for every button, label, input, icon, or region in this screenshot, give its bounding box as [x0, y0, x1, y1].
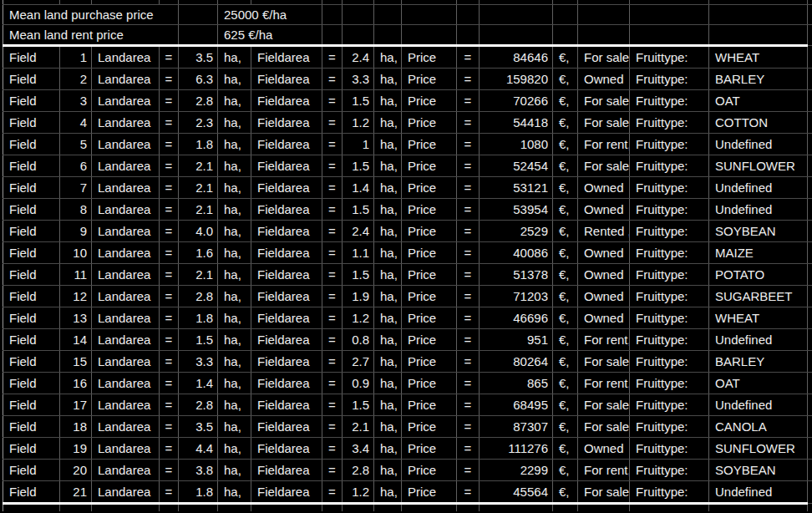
empty-cell[interactable] [630, 5, 709, 25]
cell-fieldarea-label[interactable]: Fieldarea [251, 199, 322, 221]
cell-landarea-label[interactable]: Landarea [92, 221, 160, 242]
cell-fruittype-label[interactable]: Fruittype: [630, 373, 709, 394]
empty-cell[interactable] [457, 25, 480, 46]
cell-ownership-status[interactable]: For rent, [578, 460, 630, 481]
cell-landarea-value[interactable]: 2.1 [179, 264, 218, 286]
cell-equals-sign[interactable]: = [322, 329, 343, 351]
cell-field-label[interactable]: Field [3, 199, 60, 221]
cell-equals-sign[interactable]: = [322, 373, 343, 394]
cell-landarea-label[interactable]: Landarea [92, 307, 160, 329]
cell-fieldarea-label[interactable]: Fieldarea [251, 394, 322, 416]
cell-landarea-value[interactable]: 3.5 [179, 416, 218, 438]
cell-fieldarea-unit[interactable]: ha, [374, 177, 402, 199]
cell-fieldarea-label[interactable]: Fieldarea [251, 373, 322, 394]
cell-price-value[interactable]: 70266 [480, 90, 553, 112]
cell-field-label[interactable]: Field [3, 242, 60, 264]
cell-landarea-value[interactable]: 6.3 [179, 69, 218, 90]
cell-fieldarea-unit[interactable]: ha, [374, 307, 402, 329]
cell-landarea-value[interactable]: 1.8 [179, 134, 218, 155]
cell-landarea-value[interactable]: 2.3 [179, 112, 218, 134]
empty-cell[interactable] [179, 5, 218, 25]
cell-landarea-label[interactable]: Landarea [92, 394, 160, 416]
cell-field-label[interactable]: Field [3, 416, 60, 438]
cell-price-value[interactable]: 53954 [480, 199, 553, 221]
cell-landarea-unit[interactable]: ha, [218, 177, 251, 199]
empty-cell[interactable] [322, 5, 343, 25]
cell-landarea-unit[interactable]: ha, [218, 286, 251, 307]
cell-fruittype-label[interactable]: Fruittype: [630, 242, 709, 264]
cell-field-label[interactable]: Field [3, 155, 60, 177]
cell-price-currency[interactable]: €, [553, 155, 578, 177]
cell-equals-sign[interactable]: = [160, 177, 179, 199]
cell-equals-sign[interactable]: = [457, 46, 480, 69]
cell-price-label[interactable]: Price [402, 329, 457, 351]
cell-field-label[interactable]: Field [3, 69, 60, 90]
cell-equals-sign[interactable]: = [457, 221, 480, 242]
cell-fruit-value[interactable]: MAIZE [709, 242, 808, 264]
cell-equals-sign[interactable]: = [160, 460, 179, 481]
cell-fruit-value[interactable]: Undefined [709, 481, 808, 504]
cell-equals-sign[interactable]: = [160, 307, 179, 329]
cell-price-currency[interactable]: €, [553, 221, 578, 242]
cell-ownership-status[interactable]: Owned , [578, 242, 630, 264]
cell-equals-sign[interactable]: = [160, 481, 179, 504]
cell-fruittype-label[interactable]: Fruittype: [630, 460, 709, 481]
cell-equals-sign[interactable]: = [322, 264, 343, 286]
cell-equals-sign[interactable]: = [457, 351, 480, 373]
cell-landarea-label[interactable]: Landarea [92, 286, 160, 307]
cell-field-number[interactable]: 17 [60, 394, 92, 416]
empty-cell[interactable] [709, 5, 808, 25]
empty-cell[interactable] [480, 5, 553, 25]
cell-ownership-status[interactable]: Owned , [578, 438, 630, 460]
cell-equals-sign[interactable]: = [322, 69, 343, 90]
cell-price-label[interactable]: Price [402, 351, 457, 373]
cell-ownership-status[interactable]: For sale, [578, 155, 630, 177]
cell-equals-sign[interactable]: = [160, 329, 179, 351]
empty-cell[interactable] [374, 25, 402, 46]
cell-fruittype-label[interactable]: Fruittype: [630, 394, 709, 416]
cell-price-label[interactable]: Price [402, 112, 457, 134]
cell-landarea-value[interactable]: 2.8 [179, 394, 218, 416]
cell-fieldarea-label[interactable]: Fieldarea [251, 307, 322, 329]
cell-fruittype-label[interactable]: Fruittype: [630, 90, 709, 112]
cell-ownership-status[interactable]: For sale, [578, 112, 630, 134]
cell-price-label[interactable]: Price [402, 46, 457, 69]
cell-equals-sign[interactable]: = [160, 134, 179, 155]
cell-fieldarea-value[interactable]: 1.2 [343, 112, 374, 134]
cell-equals-sign[interactable]: = [457, 460, 480, 481]
cell-fieldarea-value[interactable]: 1.5 [343, 394, 374, 416]
cell-equals-sign[interactable]: = [457, 242, 480, 264]
empty-cell[interactable] [343, 25, 374, 46]
cell-fruittype-label[interactable]: Fruittype: [630, 264, 709, 286]
cell-fruit-value[interactable]: SUGARBEET [709, 286, 808, 307]
cell-field-label[interactable]: Field [3, 46, 60, 69]
cell-equals-sign[interactable]: = [322, 242, 343, 264]
empty-cell[interactable] [630, 25, 709, 46]
cell-fruit-value[interactable]: SUNFLOWER [709, 155, 808, 177]
cell-ownership-status[interactable]: Owned , [578, 69, 630, 90]
cell-field-label[interactable]: Field [3, 394, 60, 416]
cell-ownership-status[interactable]: Owned , [578, 286, 630, 307]
cell-fruit-value[interactable]: Undefined [709, 394, 808, 416]
cell-landarea-value[interactable]: 3.8 [179, 460, 218, 481]
empty-cell[interactable] [402, 25, 457, 46]
cell-fieldarea-value[interactable]: 2.4 [343, 221, 374, 242]
cell-equals-sign[interactable]: = [457, 155, 480, 177]
cell-field-number[interactable]: 15 [60, 351, 92, 373]
cell-fruittype-label[interactable]: Fruittype: [630, 155, 709, 177]
cell-equals-sign[interactable]: = [457, 90, 480, 112]
cell-landarea-unit[interactable]: ha, [218, 307, 251, 329]
cell-field-label[interactable]: Field [3, 112, 60, 134]
cell-landarea-unit[interactable]: ha, [218, 46, 251, 69]
cell-equals-sign[interactable]: = [457, 69, 480, 90]
cell-equals-sign[interactable]: = [322, 177, 343, 199]
cell-fieldarea-label[interactable]: Fieldarea [251, 329, 322, 351]
cell-equals-sign[interactable]: = [457, 416, 480, 438]
cell-fruittype-label[interactable]: Fruittype: [630, 438, 709, 460]
cell-equals-sign[interactable]: = [160, 90, 179, 112]
cell-price-value[interactable]: 87307 [480, 416, 553, 438]
cell-landarea-unit[interactable]: ha, [218, 481, 251, 504]
cell-price-currency[interactable]: €, [553, 199, 578, 221]
cell-landarea-label[interactable]: Landarea [92, 264, 160, 286]
cell-landarea-value[interactable]: 1.8 [179, 307, 218, 329]
